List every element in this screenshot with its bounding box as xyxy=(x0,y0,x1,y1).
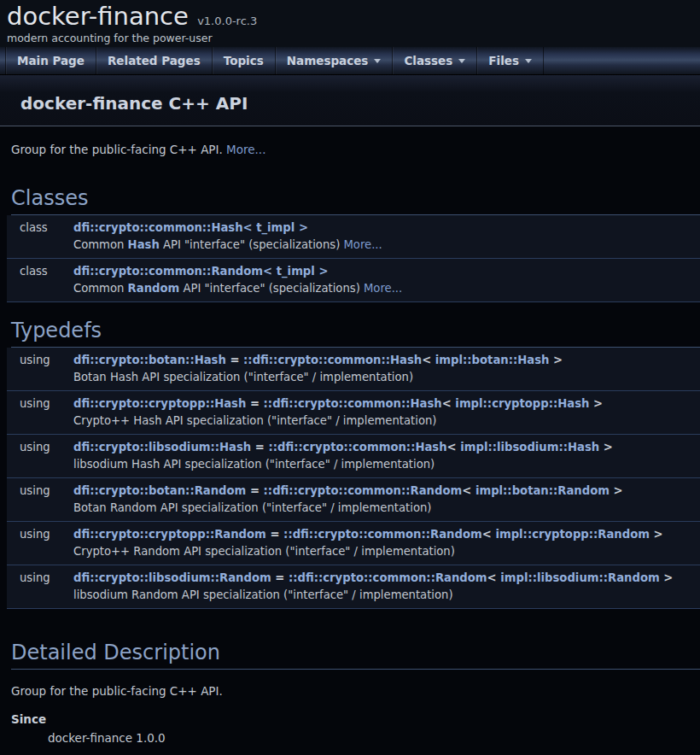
detailed-description-heading: Detailed Description xyxy=(11,641,700,670)
typedef-description: Crypto++ Random API specialization ("int… xyxy=(73,543,700,560)
tab-label: Main Page xyxy=(17,54,85,67)
typedef-target-link[interactable]: ::dfi::crypto::common::Random xyxy=(289,571,487,584)
gt-token: > xyxy=(610,484,623,497)
typedef-description: libsodium Hash API specialization ("inte… xyxy=(73,456,700,473)
detailed-description-text: Group for the public-facing C++ API. xyxy=(11,683,700,699)
class-signature: dfi::crypto::common::Hash< t_impl > xyxy=(73,219,700,237)
typedef-description: Crypto++ Hash API specialization ("inter… xyxy=(73,413,700,430)
equals-token: = xyxy=(271,571,289,584)
typedef-description: Botan Hash API specialization ("interfac… xyxy=(73,369,700,386)
class-signature: dfi::crypto::common::Random< t_impl > xyxy=(73,263,700,280)
tab-label: Related Pages xyxy=(108,54,201,67)
chevron-down-icon xyxy=(458,59,465,63)
typedef-row: using dfi::crypto::libsodium::Random = :… xyxy=(7,565,700,609)
gt-token: > xyxy=(650,528,663,541)
typedef-target-link[interactable]: ::dfi::crypto::common::Hash xyxy=(243,354,422,366)
tab-main-page[interactable]: Main Page xyxy=(5,47,96,74)
page-title: docker-finance C++ API xyxy=(20,93,700,114)
page-header: docker-finance C++ API xyxy=(0,75,700,126)
more-link[interactable]: More... xyxy=(364,282,402,295)
classes-table: class dfi::crypto::common::Hash< t_impl … xyxy=(7,215,700,302)
typedef-target-link[interactable]: ::dfi::crypto::common::Random xyxy=(264,484,463,497)
desc-text: Common xyxy=(73,238,128,251)
project-version: v1.0.0-rc.3 xyxy=(197,15,257,27)
typedef-signature: dfi::crypto::cryptopp::Random = ::dfi::c… xyxy=(73,526,700,543)
equals-token: = xyxy=(226,354,243,366)
typedef-name-link[interactable]: dfi::crypto::cryptopp::Hash xyxy=(73,397,246,410)
tab-related-pages[interactable]: Related Pages xyxy=(96,47,213,74)
typedef-target-link[interactable]: ::dfi::crypto::common::Hash xyxy=(264,397,442,410)
member-kind: using xyxy=(7,395,73,413)
typedef-target-link[interactable]: ::dfi::crypto::common::Random xyxy=(283,528,482,541)
member-kind: using xyxy=(7,526,73,543)
lt-token: < xyxy=(487,571,501,584)
typedef-impl-link[interactable]: impl::cryptopp::Hash xyxy=(455,397,589,410)
masthead: docker-finance v1.0.0-rc.3 modern accoun… xyxy=(0,0,700,47)
project-name: docker-finance xyxy=(7,2,189,31)
typedef-impl-link[interactable]: impl::libsodium::Random xyxy=(500,571,659,584)
lt-token: < xyxy=(422,354,435,366)
class-name-link[interactable]: dfi::crypto::common::Hash< t_impl > xyxy=(73,221,308,234)
typedef-impl-link[interactable]: impl::botan::Random xyxy=(475,484,610,497)
chevron-down-icon xyxy=(374,59,381,63)
member-kind: using xyxy=(7,483,73,500)
typedef-signature: dfi::crypto::cryptopp::Hash = ::dfi::cry… xyxy=(73,395,700,413)
title-area: docker-finance v1.0.0-rc.3 xyxy=(7,2,700,31)
typedef-target-link[interactable]: ::dfi::crypto::common::Hash xyxy=(268,441,446,454)
typedef-row: using dfi::crypto::botan::Random = ::dfi… xyxy=(7,478,700,522)
class-desc-link[interactable]: Hash xyxy=(128,238,160,251)
lt-token: < xyxy=(482,528,496,541)
contents: Group for the public-facing C++ API. Mor… xyxy=(0,126,700,746)
tab-topics[interactable]: Topics xyxy=(213,47,276,74)
lt-token: < xyxy=(462,484,475,497)
class-name-link[interactable]: dfi::crypto::common::Random< t_impl > xyxy=(73,265,328,278)
class-description: Common Hash API "interface" (specializat… xyxy=(73,237,700,254)
typedef-name-link[interactable]: dfi::crypto::botan::Hash xyxy=(73,354,226,366)
desc-text: Common xyxy=(73,282,128,295)
classes-section-heading: Classes xyxy=(11,187,700,215)
equals-token: = xyxy=(266,528,283,541)
tab-label: Topics xyxy=(224,54,264,67)
tab-namespaces[interactable]: Namespaces xyxy=(276,47,394,74)
member-kind: using xyxy=(7,439,73,456)
typedef-name-link[interactable]: dfi::crypto::libsodium::Random xyxy=(73,571,271,584)
class-desc-link[interactable]: Random xyxy=(128,282,180,295)
typedef-description: Botan Random API specialization ("interf… xyxy=(73,500,700,517)
typedef-signature: dfi::crypto::botan::Hash = ::dfi::crypto… xyxy=(73,352,700,369)
chevron-down-icon xyxy=(525,59,532,63)
more-link[interactable]: More... xyxy=(343,238,382,251)
main-nav-tabbar: Main Page Related Pages Topics Namespace… xyxy=(0,47,700,75)
typedef-impl-link[interactable]: impl::cryptopp::Random xyxy=(495,528,650,541)
member-kind: using xyxy=(7,570,73,587)
gt-token: > xyxy=(589,397,603,410)
tab-label: Classes xyxy=(404,54,452,67)
desc-text: API "interface" (specializations) xyxy=(160,238,344,251)
typedef-name-link[interactable]: dfi::crypto::libsodium::Hash xyxy=(73,441,251,454)
equals-token: = xyxy=(246,484,263,497)
class-description: Common Random API "interface" (specializ… xyxy=(73,280,700,297)
class-row: class dfi::crypto::common::Hash< t_impl … xyxy=(7,215,700,259)
typedefs-table: using dfi::crypto::botan::Hash = ::dfi::… xyxy=(7,348,700,609)
typedef-signature: dfi::crypto::libsodium::Random = ::dfi::… xyxy=(73,570,700,587)
since-value: docker-finance 1.0.0 xyxy=(48,730,700,746)
more-link[interactable]: More... xyxy=(226,143,265,156)
tab-label: Namespaces xyxy=(287,54,369,67)
typedef-name-link[interactable]: dfi::crypto::botan::Random xyxy=(73,484,246,497)
typedef-impl-link[interactable]: impl::libsodium::Hash xyxy=(460,441,599,454)
equals-token: = xyxy=(251,441,268,454)
project-brief: modern accounting for the power-user xyxy=(7,32,700,44)
since-label: Since xyxy=(11,711,700,728)
typedef-row: using dfi::crypto::libsodium::Hash = ::d… xyxy=(7,435,700,478)
typedefs-section-heading: Typedefs xyxy=(11,319,700,348)
desc-text: API "interface" (specializations) xyxy=(179,282,364,295)
typedef-name-link[interactable]: dfi::crypto::cryptopp::Random xyxy=(73,528,266,541)
lt-token: < xyxy=(442,397,456,410)
tab-classes[interactable]: Classes xyxy=(393,47,477,74)
typedef-row: using dfi::crypto::cryptopp::Hash = ::df… xyxy=(7,391,700,435)
typedef-signature: dfi::crypto::botan::Random = ::dfi::cryp… xyxy=(73,483,700,500)
class-row: class dfi::crypto::common::Random< t_imp… xyxy=(7,259,700,302)
tab-files[interactable]: Files xyxy=(477,47,544,74)
member-kind: using xyxy=(7,352,73,369)
gt-token: > xyxy=(549,354,563,366)
typedef-impl-link[interactable]: impl::botan::Hash xyxy=(435,354,550,366)
